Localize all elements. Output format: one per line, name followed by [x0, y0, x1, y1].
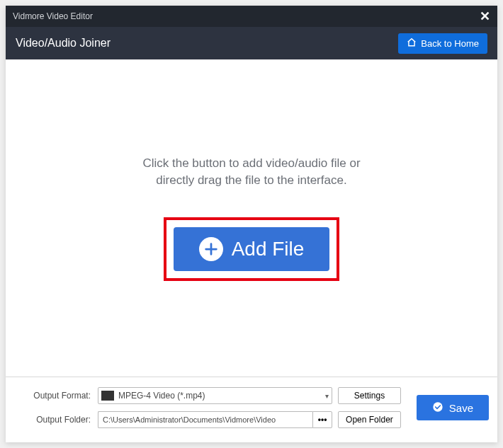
plus-icon — [199, 237, 223, 261]
output-folder-input[interactable]: C:\Users\Administrator\Documents\Vidmore… — [98, 411, 312, 428]
mp4-icon — [101, 391, 114, 401]
check-icon — [432, 401, 443, 415]
output-folder-group: C:\Users\Administrator\Documents\Vidmore… — [98, 411, 332, 428]
output-format-label: Output Format: — [14, 391, 92, 401]
add-file-label: Add File — [232, 238, 305, 260]
open-folder-button[interactable]: Open Folder — [338, 411, 401, 428]
app-title: Vidmore Video Editor — [13, 11, 93, 21]
save-label: Save — [449, 402, 473, 414]
back-to-home-button[interactable]: Back to Home — [398, 33, 487, 54]
addfile-highlight: Add File — [164, 217, 340, 281]
settings-button[interactable]: Settings — [338, 387, 401, 404]
close-icon[interactable]: ✕ — [480, 10, 490, 23]
save-button[interactable]: Save — [417, 395, 489, 420]
chevron-down-icon: ▾ — [325, 392, 329, 400]
back-to-home-label: Back to Home — [421, 38, 479, 49]
browse-button[interactable]: ••• — [312, 411, 332, 428]
output-folder-label: Output Folder: — [14, 415, 92, 425]
footer: Output Format: MPEG-4 Video (*.mp4) ▾ Se… — [6, 377, 497, 442]
subheader: Video/Audio Joiner Back to Home — [6, 27, 497, 59]
add-file-button[interactable]: Add File — [174, 227, 330, 271]
output-folder-value: C:\Users\Administrator\Documents\Vidmore… — [103, 415, 276, 424]
output-format-value: MPEG-4 Video (*.mp4) — [118, 391, 205, 401]
output-format-select[interactable]: MPEG-4 Video (*.mp4) ▾ — [98, 387, 332, 404]
page-title: Video/Audio Joiner — [16, 37, 111, 50]
app-window: Vidmore Video Editor ✕ Video/Audio Joine… — [6, 6, 497, 442]
instruction-text: Click the button to add video/audio file… — [142, 155, 360, 189]
main-dropzone[interactable]: Click the button to add video/audio file… — [6, 59, 497, 377]
home-icon — [407, 38, 417, 50]
svg-point-0 — [433, 402, 442, 411]
titlebar: Vidmore Video Editor ✕ — [6, 6, 497, 27]
